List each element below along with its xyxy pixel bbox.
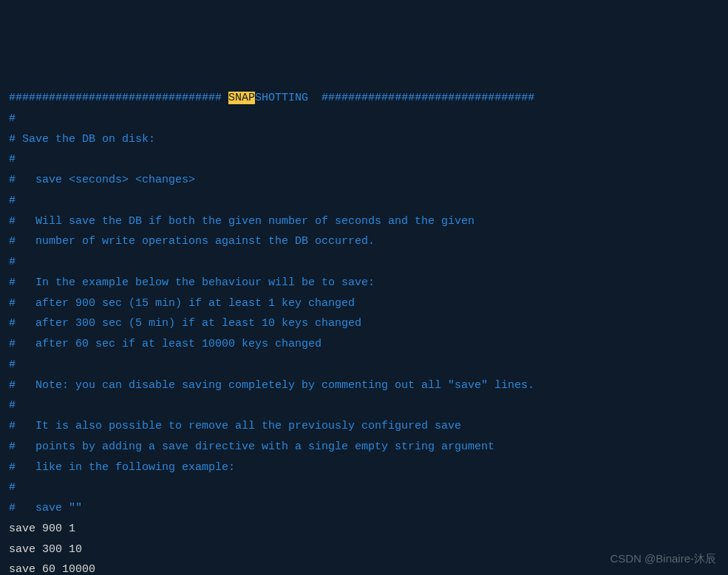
header-line: ################################ SNAPSHO…: [9, 88, 719, 109]
comment-line: #: [9, 191, 719, 211]
comment-line: #: [9, 477, 719, 498]
comment-line: #: [9, 252, 719, 273]
comment-line: # after 300 sec (5 min) if at least 10 k…: [9, 313, 719, 334]
comment-line: # like in the following example:: [9, 457, 719, 478]
comment-line: # save <seconds> <changes>: [9, 170, 719, 191]
search-highlight: SNAP: [228, 92, 255, 104]
comment-line: #: [9, 149, 719, 170]
config-line: save 900 1: [9, 519, 719, 540]
comment-line: # In the example below the behaviour wil…: [9, 273, 719, 293]
comment-line: # Save the DB on disk:: [9, 129, 719, 150]
comment-line: # Will save the DB if both the given num…: [9, 211, 719, 232]
comment-line: # after 900 sec (15 min) if at least 1 k…: [9, 293, 719, 314]
comment-line: #: [9, 395, 719, 416]
watermark-text: CSDN @Binaire-沐辰: [610, 548, 716, 569]
comment-line: # points by adding a save directive with…: [9, 437, 719, 457]
comment-line: #: [9, 355, 719, 375]
comment-line: # after 60 sec if at least 10000 keys ch…: [9, 334, 719, 355]
comment-line: # It is also possible to remove all the …: [9, 416, 719, 437]
comment-line: # Note: you can disable saving completel…: [9, 375, 719, 396]
comment-line: # number of write operations against the…: [9, 231, 719, 252]
comment-line: # save "": [9, 498, 719, 519]
comment-line: #: [9, 109, 719, 129]
